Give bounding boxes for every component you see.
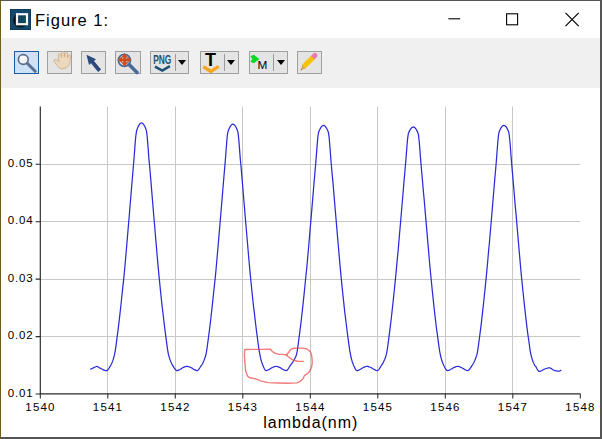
svg-text:0.03: 0.03: [8, 272, 34, 284]
svg-text:1545: 1545: [363, 401, 393, 413]
svg-text:0.01: 0.01: [8, 387, 34, 399]
svg-text:1541: 1541: [93, 401, 123, 413]
svg-text:1546: 1546: [430, 401, 460, 413]
svg-text:0.04: 0.04: [8, 214, 34, 226]
svg-text:1547: 1547: [498, 401, 528, 413]
svg-text:lambda(nm): lambda(nm): [263, 414, 358, 431]
svg-text:0.05: 0.05: [8, 157, 34, 169]
svg-text:1544: 1544: [295, 401, 325, 413]
svg-text:0.02: 0.02: [8, 329, 34, 341]
svg-text:1542: 1542: [160, 401, 190, 413]
svg-text:1543: 1543: [228, 401, 258, 413]
svg-text:1540: 1540: [25, 401, 55, 413]
svg-text:1548: 1548: [565, 401, 595, 413]
